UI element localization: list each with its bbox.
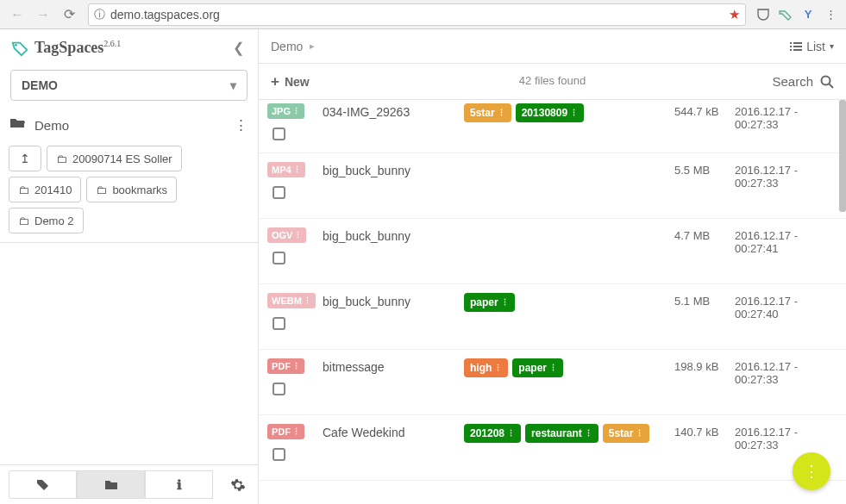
tag[interactable]: 201208⋮ [464, 424, 521, 443]
settings-icon[interactable] [218, 465, 258, 504]
file-checkbox[interactable] [273, 186, 285, 199]
file-date: 2016.12.17 - 00:27:41 [735, 227, 821, 277]
location-selected: DEMO [22, 78, 58, 92]
file-checkbox[interactable] [273, 252, 285, 264]
file-ext-badge[interactable]: JPG⋮ [267, 103, 304, 119]
nav-info-button[interactable]: ℹ [145, 470, 213, 499]
file-date: 2016.12.17 - 00:27:40 [735, 293, 821, 342]
tag[interactable]: high⋮ [464, 358, 508, 377]
file-row[interactable]: OGV⋮ big_buck_bunny 4.7 MB 2016.12.17 - … [259, 219, 846, 284]
file-checkbox[interactable] [273, 383, 285, 395]
collapse-sidebar-icon[interactable]: ❮ [229, 36, 248, 59]
caret-down-icon: ▾ [830, 41, 834, 51]
back-icon[interactable]: ← [5, 3, 29, 27]
tag[interactable]: restaurant⋮ [525, 424, 598, 443]
file-checkbox[interactable] [273, 448, 285, 461]
nav-folders-button[interactable] [77, 470, 145, 499]
file-tags: 5star⋮20130809⋮ [464, 103, 662, 146]
folder-icon: 🗀 [18, 184, 29, 196]
tag-menu-icon[interactable]: ⋮ [570, 110, 578, 115]
tag[interactable]: 5star⋮ [603, 424, 650, 443]
level-up-icon: ↥ [18, 152, 32, 165]
view-mode-button[interactable]: List ▾ [790, 40, 834, 53]
search-icon [820, 75, 834, 89]
file-name[interactable]: 034-IMG_29263 [323, 103, 452, 146]
forward-icon[interactable]: → [31, 3, 55, 27]
tag-menu-icon[interactable]: ⋮ [549, 365, 557, 370]
ext-menu-icon[interactable]: ⋮ [294, 233, 302, 238]
file-ext-badge[interactable]: PDF⋮ [267, 424, 304, 439]
file-checkbox[interactable] [273, 128, 285, 140]
nav-tags-button[interactable] [9, 470, 77, 499]
svg-point-0 [15, 43, 17, 46]
tag[interactable]: paper⋮ [464, 293, 515, 312]
file-ext-badge[interactable]: PDF⋮ [267, 358, 304, 374]
ext-menu-icon[interactable]: ⋮ [304, 298, 311, 303]
file-name[interactable]: Cafe Wedekind [323, 424, 452, 473]
subfolder-chip[interactable]: 🗀bookmarks [86, 177, 177, 202]
file-date: 2016.12.17 - 00:27:33 [735, 358, 821, 408]
file-ext-badge[interactable]: OGV⋮ [267, 227, 306, 243]
new-button[interactable]: + New [271, 73, 310, 90]
subfolder-chip[interactable]: 🗀Demo 2 [9, 208, 84, 233]
search-button[interactable]: Search [772, 74, 834, 89]
folder-icon: 🗀 [18, 215, 29, 227]
svg-line-2 [830, 84, 834, 88]
subfolder-chip[interactable]: 🗀20090714 ES Soller [47, 146, 182, 171]
ext-menu-icon[interactable]: ⋮ [293, 167, 301, 172]
file-size: 4.7 MB [674, 227, 723, 277]
tag[interactable]: 20130809⋮ [516, 103, 584, 122]
file-tags [464, 227, 662, 277]
tag[interactable]: paper⋮ [512, 358, 563, 377]
browser-menu-icon[interactable]: ⋮ [820, 4, 841, 25]
tag-menu-icon[interactable]: ⋮ [494, 365, 502, 370]
fab-button[interactable]: ⋮ [793, 452, 830, 490]
subfolder-chips: ↥ 🗀20090714 ES Soller 🗀201410 🗀bookmarks… [0, 140, 258, 243]
file-date: 2016.12.17 - 00:27:33 [735, 103, 821, 146]
breadcrumb[interactable]: Demo [271, 40, 303, 53]
url-bar[interactable]: ⓘ demo.tagspaces.org ★ [88, 3, 746, 26]
reload-icon[interactable]: ⟳ [57, 3, 81, 27]
ext-menu-icon[interactable]: ⋮ [292, 109, 300, 114]
tag-menu-icon[interactable]: ⋮ [501, 300, 509, 305]
app-brand: TagSpaces2.6.1 [34, 39, 121, 57]
file-ext-badge[interactable]: MP4⋮ [267, 162, 305, 177]
tag-menu-icon[interactable]: ⋮ [636, 431, 643, 436]
svg-point-1 [822, 76, 830, 84]
scrollbar[interactable] [839, 100, 846, 212]
sidebar: TagSpaces2.6.1 ❮ DEMO ▾ Demo ⋮ ↥ 🗀200907… [0, 29, 259, 504]
tag-menu-icon[interactable]: ⋮ [498, 110, 505, 115]
file-name[interactable]: bitmessage [323, 358, 452, 408]
file-row[interactable]: WEBM⋮ big_buck_bunny paper⋮ 5.1 MB 2016.… [259, 284, 846, 350]
sidebar-bottom-nav: ℹ [0, 464, 258, 504]
y-ext-icon[interactable]: Y [798, 4, 818, 25]
tag-menu-icon[interactable]: ⋮ [585, 431, 592, 436]
app-logo-icon [10, 39, 29, 58]
file-name[interactable]: big_buck_bunny [323, 293, 452, 342]
tag-ext-icon[interactable] [775, 4, 796, 25]
subfolder-chip[interactable]: 🗀201410 [9, 177, 81, 202]
url-text: demo.tagspaces.org [110, 8, 220, 22]
file-row[interactable]: JPG⋮ 034-IMG_29263 5star⋮20130809⋮ 544.7… [259, 100, 846, 153]
bookmark-star-icon[interactable]: ★ [729, 7, 740, 22]
parent-folder-chip[interactable]: ↥ [9, 146, 41, 171]
folder-menu-icon[interactable]: ⋮ [235, 117, 248, 133]
file-name[interactable]: big_buck_bunny [323, 162, 452, 211]
ext-menu-icon[interactable]: ⋮ [292, 364, 300, 369]
file-checkbox[interactable] [273, 317, 285, 330]
tag-menu-icon[interactable]: ⋮ [507, 431, 515, 436]
tag[interactable]: 5star⋮ [464, 103, 511, 122]
browser-toolbar: ← → ⟳ ⓘ demo.tagspaces.org ★ Y ⋮ [0, 0, 846, 29]
info-icon[interactable]: ⓘ [94, 7, 105, 22]
file-row[interactable]: PDF⋮ bitmessage high⋮paper⋮ 198.9 kB 201… [259, 350, 846, 415]
file-row[interactable]: PDF⋮ Cafe Wedekind 201208⋮restaurant⋮5st… [259, 415, 846, 481]
folder-open-icon [10, 116, 26, 134]
plus-icon: + [271, 73, 279, 90]
ublock-icon[interactable] [753, 4, 774, 25]
file-row[interactable]: MP4⋮ big_buck_bunny 5.5 MB 2016.12.17 - … [259, 153, 846, 219]
file-ext-badge[interactable]: WEBM⋮ [267, 293, 316, 308]
location-dropdown[interactable]: DEMO ▾ [10, 70, 248, 101]
main-panel: Demo ▸ List ▾ + New Search 42 files foun… [259, 29, 846, 504]
file-name[interactable]: big_buck_bunny [323, 227, 452, 277]
ext-menu-icon[interactable]: ⋮ [292, 429, 300, 434]
